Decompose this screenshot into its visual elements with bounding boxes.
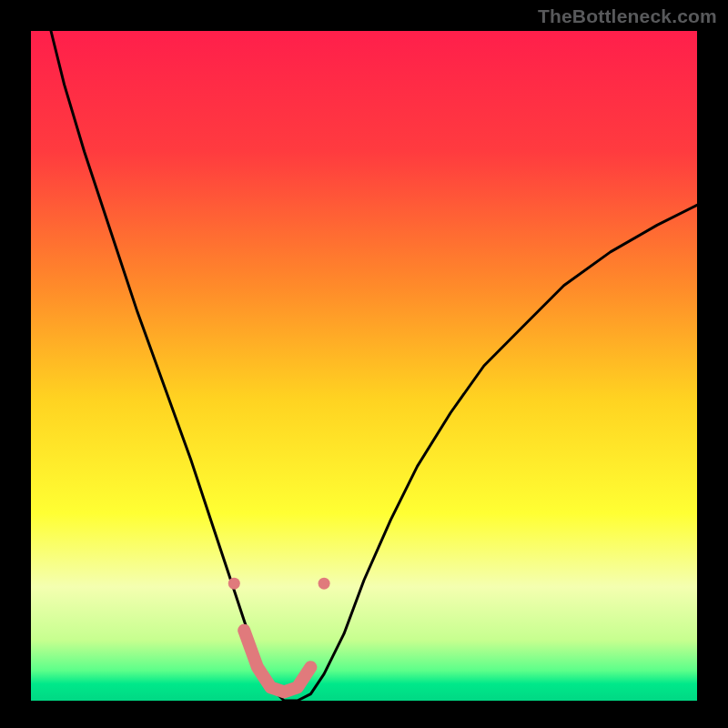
marker-dot — [318, 578, 330, 590]
plot-background — [31, 31, 697, 701]
marker-dot — [228, 578, 240, 590]
bottleneck-chart — [0, 0, 728, 728]
chart-frame: TheBottleneck.com — [0, 0, 728, 728]
